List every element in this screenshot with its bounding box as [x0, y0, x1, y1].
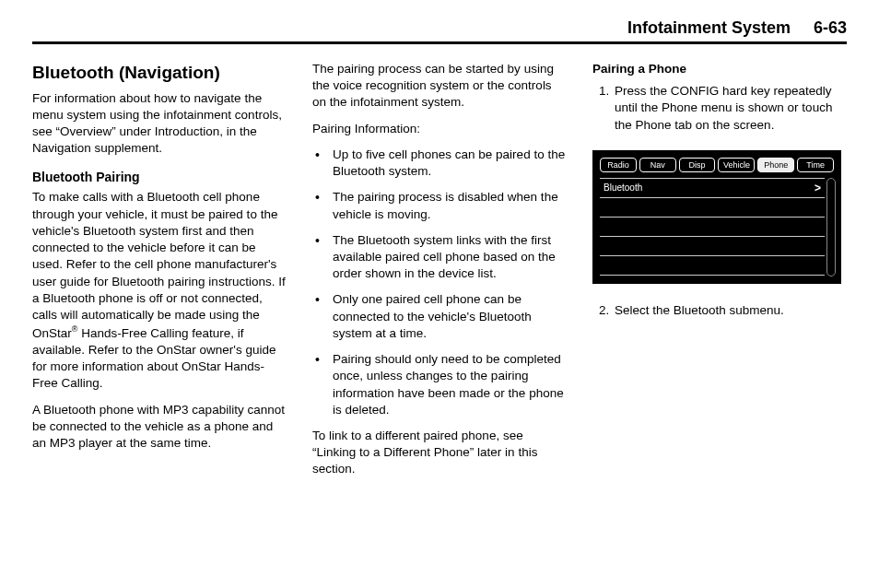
intro-paragraph: For information about how to navigate th… [32, 90, 287, 158]
pairing-paragraph-1: To make calls with a Bluetooth cell phon… [32, 189, 287, 392]
tab-phone[interactable]: Phone [757, 158, 794, 172]
menu-row-empty [600, 236, 825, 255]
list-item: The Bluetooth system links with the firs… [312, 232, 567, 283]
menu-row-label: Bluetooth [604, 182, 815, 194]
list-item: The pairing process is disabled when the… [312, 189, 567, 222]
col2-para-1: The pairing process can be started by us… [312, 61, 567, 112]
pairing-para1-a: To make calls with a Bluetooth cell phon… [32, 190, 286, 339]
menu-row-empty [600, 197, 825, 217]
pairing-steps: Press the CONFIG hard key repeatedly unt… [592, 83, 847, 134]
menu-row-bluetooth[interactable]: Bluetooth > [600, 178, 825, 197]
chevron-right-icon: > [815, 181, 821, 195]
step-1: Press the CONFIG hard key repeatedly unt… [613, 83, 847, 134]
page-header: Infotainment System 6-63 [32, 18, 847, 44]
list-item: Up to five cell phones can be paired to … [312, 147, 567, 180]
column-1: Bluetooth (Navigation) For information a… [32, 61, 287, 565]
tab-radio[interactable]: Radio [600, 158, 637, 172]
section-title: Bluetooth (Navigation) [32, 61, 287, 85]
column-3: Pairing a Phone Press the CONFIG hard ke… [592, 61, 847, 565]
col2-para-2: To link to a different paired phone, see… [312, 428, 567, 478]
tab-disp[interactable]: Disp [679, 158, 716, 172]
list-item: Pairing should only need to be completed… [312, 351, 567, 418]
tab-time[interactable]: Time [797, 158, 834, 172]
tab-vehicle[interactable]: Vehicle [718, 158, 755, 172]
pairing-phone-heading: Pairing a Phone [592, 61, 847, 77]
step-2: Select the Bluetooth submenu. [613, 302, 847, 319]
screen-menu-area: Bluetooth > [600, 178, 834, 276]
column-2: The pairing process can be started by us… [312, 61, 567, 565]
menu-row-empty [600, 255, 825, 276]
header-page-number: 6-63 [814, 18, 847, 38]
tab-nav[interactable]: Nav [639, 158, 676, 172]
menu-row-empty [600, 217, 825, 236]
header-section-title: Infotainment System [627, 18, 791, 38]
scrollbar[interactable] [826, 178, 836, 276]
pairing-info-list: Up to five cell phones can be paired to … [312, 147, 567, 418]
page: Infotainment System 6-63 Bluetooth (Navi… [0, 0, 879, 588]
pairing-paragraph-2: A Bluetooth phone with MP3 capability ca… [32, 402, 287, 453]
pairing-steps-cont: Select the Bluetooth submenu. [592, 302, 847, 319]
pairing-info-heading: Pairing Information: [312, 121, 567, 137]
infotainment-screen: Radio Nav Disp Vehicle Phone Time Blueto… [592, 150, 841, 284]
bluetooth-pairing-heading: Bluetooth Pairing [32, 169, 287, 186]
list-item: Only one paired cell phone can be connec… [312, 291, 567, 342]
screen-tabs: Radio Nav Disp Vehicle Phone Time [600, 158, 834, 172]
infotainment-screenshot: Radio Nav Disp Vehicle Phone Time Blueto… [592, 150, 847, 284]
body-columns: Bluetooth (Navigation) For information a… [32, 61, 847, 565]
